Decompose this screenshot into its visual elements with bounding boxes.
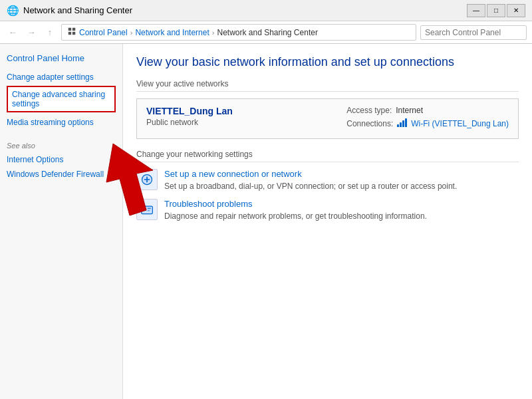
page-title: View your basic network information and … bbox=[136, 55, 519, 70]
close-button[interactable]: ✕ bbox=[507, 4, 525, 17]
troubleshoot-item: Troubleshoot problems Diagnose and repai… bbox=[136, 199, 519, 221]
search-input[interactable] bbox=[420, 25, 527, 40]
network-info: VIETTEL_Dung Lan Public network bbox=[137, 99, 337, 138]
breadcrumb-current: Network and Sharing Center bbox=[217, 28, 317, 37]
minimize-button[interactable]: — bbox=[467, 4, 485, 17]
sidebar-item-internet-options[interactable]: Internet Options bbox=[7, 154, 116, 166]
sidebar: Control Panel Home Change adapter settin… bbox=[0, 44, 123, 399]
troubleshoot-link[interactable]: Troubleshoot problems bbox=[164, 199, 519, 209]
new-connection-icon bbox=[136, 169, 158, 190]
change-settings-label: Change your networking settings bbox=[136, 150, 519, 162]
active-networks-label: View your active networks bbox=[136, 79, 519, 92]
sidebar-item-change-advanced[interactable]: Change advanced sharing settings bbox=[7, 86, 116, 112]
connections-value[interactable]: Wi-Fi (VIETTEL_Dung Lan) bbox=[411, 119, 509, 128]
sidebar-item-windows-defender[interactable]: Windows Defender Firewall bbox=[7, 168, 116, 180]
new-connection-link[interactable]: Set up a new connection or network bbox=[164, 169, 519, 179]
breadcrumb: Control Panel › Network and Internet › N… bbox=[61, 24, 416, 41]
svg-rect-8 bbox=[148, 210, 150, 211]
access-type-label: Access type: bbox=[346, 106, 392, 115]
access-type-row: Access type: Internet bbox=[346, 106, 509, 115]
main-container: Control Panel Home Change adapter settin… bbox=[0, 44, 532, 399]
connections-label: Connections: bbox=[346, 119, 393, 128]
breadcrumb-network-internet[interactable]: Network and Internet bbox=[135, 28, 209, 37]
svg-rect-7 bbox=[148, 208, 151, 209]
svg-rect-3 bbox=[72, 32, 75, 35]
content-area: View your basic network information and … bbox=[123, 44, 532, 399]
troubleshoot-text: Troubleshoot problems Diagnose and repai… bbox=[164, 199, 519, 221]
sidebar-item-change-adapter[interactable]: Change adapter settings bbox=[7, 71, 116, 83]
troubleshoot-desc: Diagnose and repair network problems, or… bbox=[164, 211, 427, 221]
breadcrumb-home-icon bbox=[67, 27, 76, 38]
new-connection-item: Set up a new connection or network Set u… bbox=[136, 169, 519, 191]
see-also-label: See also bbox=[7, 142, 116, 150]
new-connection-desc: Set up a broadband, dial-up, or VPN conn… bbox=[164, 182, 457, 191]
svg-rect-0 bbox=[68, 28, 71, 31]
svg-rect-6 bbox=[143, 208, 146, 211]
network-type: Public network bbox=[146, 118, 328, 127]
breadcrumb-control-panel[interactable]: Control Panel bbox=[79, 28, 128, 37]
network-access: Access type: Internet Connections: Wi-Fi… bbox=[337, 99, 518, 138]
new-connection-text: Set up a new connection or network Set u… bbox=[164, 169, 519, 191]
window-controls: — □ ✕ bbox=[467, 4, 525, 17]
address-bar: ← → ↑ Control Panel › Network and Intern… bbox=[0, 21, 532, 44]
maximize-button[interactable]: □ bbox=[487, 4, 505, 17]
sidebar-home-title[interactable]: Control Panel Home bbox=[7, 53, 116, 63]
back-button[interactable]: ← bbox=[5, 25, 20, 40]
svg-rect-1 bbox=[72, 28, 75, 31]
title-bar-text: Network and Sharing Center bbox=[23, 5, 132, 15]
change-settings-section: Change your networking settings Set up a… bbox=[136, 150, 519, 221]
troubleshoot-icon bbox=[136, 199, 158, 220]
title-bar: 🌐 Network and Sharing Center — □ ✕ bbox=[0, 0, 532, 21]
network-name: VIETTEL_Dung Lan bbox=[146, 106, 328, 116]
forward-button[interactable]: → bbox=[24, 25, 39, 40]
network-info-box: VIETTEL_Dung Lan Public network Access t… bbox=[136, 98, 519, 139]
title-bar-icon: 🌐 bbox=[7, 5, 19, 17]
connections-row: Connections: Wi-Fi (VIETTEL_Dung Lan) bbox=[346, 118, 509, 129]
up-button[interactable]: ↑ bbox=[43, 25, 57, 40]
svg-rect-2 bbox=[68, 32, 71, 35]
access-type-value: Internet bbox=[396, 106, 423, 115]
see-also-section: See also Internet Options Windows Defend… bbox=[7, 142, 116, 180]
wifi-icon bbox=[397, 118, 407, 129]
sidebar-item-media-streaming[interactable]: Media streaming options bbox=[7, 116, 116, 128]
